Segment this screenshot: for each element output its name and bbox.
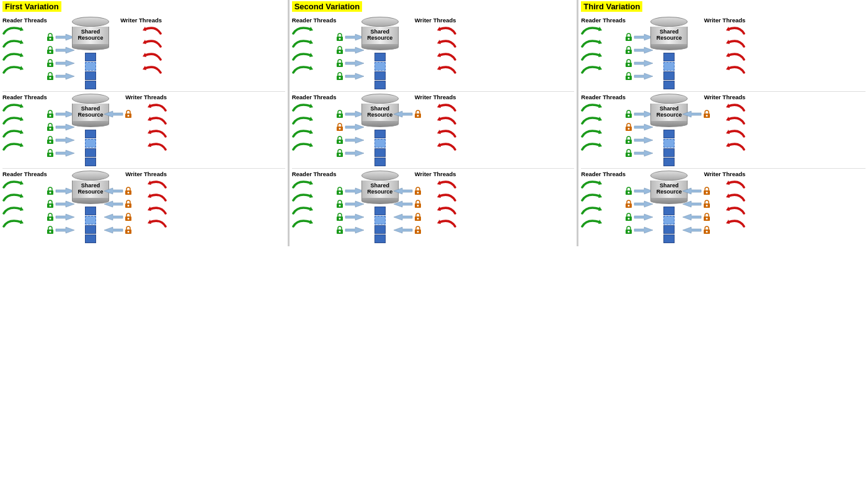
bar-seg-1 xyxy=(85,53,96,61)
svg-point-83 xyxy=(339,51,340,53)
svg-point-89 xyxy=(339,77,340,79)
svg-point-145 xyxy=(417,231,418,233)
reader-label-s2: Reader Threads xyxy=(2,94,46,100)
v2-s2: Reader Threads SharedResource xyxy=(292,92,575,169)
v1-s1: Reader Threads xyxy=(2,15,285,92)
svg-marker-212 xyxy=(683,201,701,207)
green-arrow-4 xyxy=(2,63,26,75)
svg-point-188 xyxy=(706,115,708,117)
svg-point-181 xyxy=(628,141,630,143)
svg-point-207 xyxy=(628,231,630,233)
svg-point-217 xyxy=(706,218,708,220)
svg-point-214 xyxy=(706,205,708,207)
bar-seg-2 xyxy=(85,62,96,71)
writer-label: Writer Threads xyxy=(120,17,162,24)
svg-point-57 xyxy=(50,231,51,233)
variation-3: Third Variation Reader Threads xyxy=(578,0,868,246)
v2-s1: Reader Threads SharedResource xyxy=(292,15,575,92)
v3-s3: Reader Threads SharedResource xyxy=(581,169,866,245)
lock-green-1 xyxy=(46,33,55,42)
svg-point-5 xyxy=(50,38,51,40)
lock-green-3 xyxy=(46,59,55,68)
reader-thread-1 xyxy=(2,24,46,37)
red-arrow-4 xyxy=(140,63,162,75)
svg-point-155 xyxy=(628,38,630,40)
svg-point-54 xyxy=(50,218,51,220)
svg-point-109 xyxy=(339,154,340,156)
reader-access-v1s1 xyxy=(46,17,72,82)
svg-point-204 xyxy=(628,218,630,220)
svg-point-28 xyxy=(50,128,51,130)
r-thread-1 xyxy=(2,100,46,114)
v1-s3: Reader Threads SharedResource xyxy=(2,169,285,245)
svg-marker-62 xyxy=(104,201,123,207)
svg-point-126 xyxy=(339,205,340,207)
reader-panel-v1s1: Reader Threads xyxy=(2,17,46,76)
svg-point-106 xyxy=(339,141,340,143)
access-row-2 xyxy=(46,43,72,56)
svg-point-139 xyxy=(417,205,418,207)
svg-point-184 xyxy=(628,154,630,156)
access-row-1 xyxy=(46,30,72,43)
access-row-4 xyxy=(46,69,72,82)
svg-point-161 xyxy=(628,64,630,66)
variation-1: First Variation Reader Threads xyxy=(0,0,290,246)
resource-v1s2: SharedResource xyxy=(72,94,109,166)
svg-marker-111 xyxy=(394,111,412,117)
cylinder-bottom xyxy=(72,44,109,50)
svg-point-70 xyxy=(128,231,130,233)
writer-panel-v1s3: Writer Threads xyxy=(133,171,167,230)
svg-marker-186 xyxy=(683,111,701,117)
svg-point-38 xyxy=(128,115,130,117)
svg-point-48 xyxy=(50,192,51,194)
svg-point-64 xyxy=(128,205,130,207)
svg-point-142 xyxy=(417,218,418,220)
v3-title: Third Variation xyxy=(581,1,642,12)
bar-seg-4 xyxy=(85,81,96,89)
svg-point-136 xyxy=(417,192,418,194)
red-arrow-2 xyxy=(140,37,162,49)
writer-access-v1s3 xyxy=(109,171,133,236)
cylinder-body: SharedResource xyxy=(72,27,109,44)
svg-point-8 xyxy=(50,51,51,53)
reader-label-s3: Reader Threads xyxy=(2,171,46,177)
reader-access-v1s3 xyxy=(46,171,72,236)
reader-thread-2 xyxy=(2,37,46,50)
green-arrow-3 xyxy=(2,50,26,62)
writer-thread-2 xyxy=(140,37,162,50)
svg-point-220 xyxy=(706,231,708,233)
lock-green-2 xyxy=(46,46,55,55)
svg-point-132 xyxy=(339,231,340,233)
reader-panel-v1s2: Reader Threads xyxy=(2,94,46,153)
svg-point-198 xyxy=(628,192,630,194)
writer-thread-3 xyxy=(140,50,162,63)
svg-marker-143 xyxy=(394,227,412,233)
svg-marker-215 xyxy=(683,214,701,220)
svg-marker-68 xyxy=(104,227,123,233)
svg-point-164 xyxy=(628,77,630,79)
svg-point-86 xyxy=(339,64,340,66)
reader-access-v1s2 xyxy=(46,94,72,159)
resource-v1s3: SharedResource xyxy=(72,171,109,243)
writer-thread-1 xyxy=(140,24,162,37)
cylinder: SharedResource xyxy=(72,17,109,50)
reader-panel-v2s1: Reader Threads xyxy=(292,17,335,76)
svg-point-11 xyxy=(50,64,51,66)
writer-panel-v1s2: Writer Threads xyxy=(133,94,167,153)
svg-point-31 xyxy=(50,141,51,143)
writer-thread-4 xyxy=(140,63,162,76)
v1-s2: Reader Threads SharedResource xyxy=(2,92,285,169)
svg-point-34 xyxy=(50,154,51,156)
svg-marker-36 xyxy=(104,111,123,117)
svg-marker-218 xyxy=(683,227,701,233)
green-arrow-2 xyxy=(2,37,26,49)
r-thread-2 xyxy=(2,114,46,127)
reader-thread-3 xyxy=(2,50,46,63)
svg-point-158 xyxy=(628,51,630,53)
svg-point-211 xyxy=(706,192,708,194)
svg-marker-140 xyxy=(394,214,412,220)
access-row-3 xyxy=(46,56,72,69)
r-thread-4 xyxy=(2,140,46,153)
svg-point-14 xyxy=(50,77,51,79)
svg-marker-209 xyxy=(683,188,701,194)
